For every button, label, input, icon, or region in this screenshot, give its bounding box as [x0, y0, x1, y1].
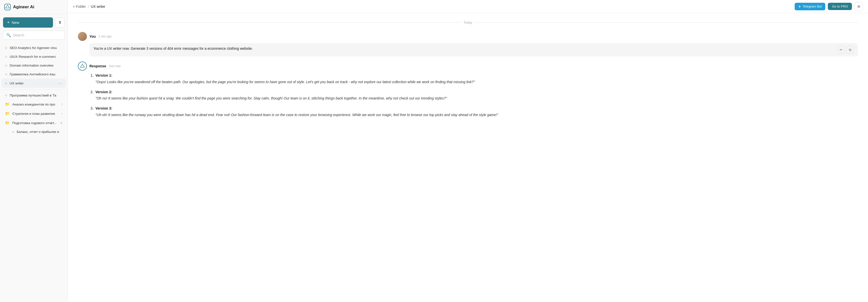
sidebar-item-label: Программа путешествий в Та [9, 93, 63, 97]
item-menu-icon[interactable]: ⋯ [58, 81, 63, 85]
search-icon: 🔍 [6, 33, 11, 37]
telegram-button-label: Telegram Bot [803, 4, 822, 8]
sidebar-item-uiux-research[interactable]: ○ UIUX Research for e-commerc [1, 52, 66, 61]
svg-marker-2 [81, 64, 84, 67]
chat-icon: ○ [5, 55, 7, 59]
chat-icon: ○ [5, 81, 7, 85]
chat-icon: ○ [5, 72, 7, 76]
date-divider: Today [78, 21, 858, 24]
new-button-label: New [12, 20, 19, 25]
version-2-item: Version 2: "Oh no! It seems like your fa… [94, 89, 858, 102]
version-1-label: Version 1: [95, 72, 858, 79]
sidebar-folder-strategy[interactable]: 📁 Стратегия и план развития › [1, 109, 66, 118]
user-message-text: You're a UX writer now. Generate 3 versi… [93, 46, 834, 51]
message-actions: ✏ ⧉ [837, 46, 854, 54]
sidebar-item-ux-writer[interactable]: ○ UX writer ⋯ [1, 79, 66, 88]
user-message-time: 1 min ago [98, 35, 112, 38]
search-label: Search [13, 33, 24, 37]
user-avatar [78, 32, 87, 41]
edit-icon: ✏ [840, 48, 843, 52]
version-2-text: "Oh no! It seems like your fashion quest… [95, 95, 858, 101]
topbar-actions: ✈ Telegram Bot Go to PRO ⊞ [795, 2, 863, 11]
main-content: + Folder / UX writer ✈ Telegram Bot Go t… [68, 0, 868, 302]
sidebar-folder-annual[interactable]: 📁 Подготовка годового отчёт... ∨ [1, 118, 66, 127]
date-divider-label: Today [464, 21, 472, 24]
ai-logo-icon [80, 63, 85, 69]
upload-icon: ⬆ [58, 20, 62, 25]
breadcrumb-folder[interactable]: + Folder [73, 4, 86, 8]
telegram-button[interactable]: ✈ Telegram Bot [795, 3, 826, 10]
chat-icon: ○ [5, 63, 7, 67]
search-bar[interactable]: 🔍 Search [3, 31, 65, 40]
user-message-header: You 1 min ago [78, 32, 858, 41]
chat-area: Today You 1 min ago You're a UX writer n… [68, 13, 868, 302]
copy-icon: ⧉ [849, 48, 851, 52]
edit-message-button[interactable]: ✏ [837, 46, 845, 54]
settings-button[interactable]: ⊞ [855, 2, 863, 11]
sidebar-header: Agineer Ai [0, 0, 68, 14]
folder-icon: 📁 [5, 111, 10, 116]
folder-icon: 📁 [5, 102, 10, 107]
logo-icon [4, 3, 11, 10]
sidebar-item-label: UX writer [9, 82, 56, 85]
breadcrumb-separator: / [88, 4, 89, 8]
version-1-text: "Oops! Looks like you've wandered off th… [95, 79, 858, 85]
chevron-right-icon: › [62, 102, 63, 106]
folder-icon: 📁 [5, 121, 10, 125]
breadcrumb-current: UX writer [91, 4, 105, 8]
sidebar-actions: + New ⬆ [0, 14, 68, 30]
settings-icon: ⊞ [858, 4, 860, 8]
sidebar-item-label: Баланс, отчет о прибылях и [17, 130, 63, 134]
telegram-icon: ✈ [798, 4, 801, 8]
pro-button[interactable]: Go to PRO [828, 3, 852, 10]
topbar: + Folder / UX writer ✈ Telegram Bot Go t… [68, 0, 868, 13]
response-time: Just now [109, 64, 121, 68]
folder-label: Подготовка годового отчёт... [12, 121, 58, 125]
sidebar-item-grammar-english[interactable]: ○ Грамматика Английского язы [1, 70, 66, 79]
ai-avatar [78, 62, 87, 70]
response-versions-list: Version 1: "Oops! Looks like you've wand… [89, 72, 858, 118]
version-3-item: Version 3: "Uh-oh! It seems like the run… [94, 105, 858, 118]
avatar-image [78, 32, 87, 41]
version-3-label: Version 3: [95, 105, 858, 112]
sidebar-subitem-balance[interactable]: ○ Баланс, отчет о прибылях и [1, 128, 66, 136]
sidebar: Agineer Ai + New ⬆ 🔍 Search ○ SEO Analyt… [0, 0, 68, 302]
plus-icon: + [7, 20, 10, 25]
chat-icon: ○ [5, 46, 7, 50]
user-message-box: You're a UX writer now. Generate 3 versi… [89, 43, 858, 57]
sidebar-list: ○ SEO Analytics for Ageneer clou ○ UIUX … [0, 42, 68, 302]
sidebar-item-label: Грамматика Английского язы [9, 72, 63, 76]
response-block: Response Just now Version 1: "Oops! Look… [78, 62, 858, 118]
response-header: Response Just now [78, 62, 858, 70]
response-content: Version 1: "Oops! Looks like you've wand… [89, 72, 858, 118]
copy-message-button[interactable]: ⧉ [846, 46, 854, 54]
app-title: Agineer Ai [13, 4, 34, 9]
chat-icon: ○ [12, 130, 14, 134]
sidebar-item-travel[interactable]: ○ Программа путешествий в Та [1, 91, 66, 99]
sidebar-item-label: SEO Analytics for Ageneer clou [9, 46, 63, 50]
user-name: You [89, 34, 96, 38]
sidebar-item-label: Domain information overview [9, 64, 63, 67]
response-sender: Response [89, 64, 106, 68]
folder-label: Стратегия и план развития [12, 112, 59, 116]
folder-label: Анализ конкурентов по про [12, 102, 59, 106]
sidebar-item-seo-analytics[interactable]: ○ SEO Analytics for Ageneer clou [1, 43, 66, 52]
sidebar-item-label: UIUX Research for e-commerc [9, 55, 63, 59]
chevron-right-icon: › [62, 112, 63, 115]
chevron-down-icon: ∨ [60, 121, 63, 125]
upload-button[interactable]: ⬆ [55, 18, 65, 27]
sidebar-item-domain-info[interactable]: ○ Domain information overview [1, 61, 66, 69]
breadcrumb: + Folder / UX writer [73, 4, 105, 8]
sidebar-folder-competitor[interactable]: 📁 Анализ конкурентов по про › [1, 100, 66, 109]
version-1-item: Version 1: "Oops! Looks like you've wand… [94, 72, 858, 85]
chat-icon: ○ [5, 93, 7, 97]
user-message-block: You 1 min ago You're a UX writer now. Ge… [78, 32, 858, 57]
new-button[interactable]: + New [3, 17, 53, 28]
version-2-label: Version 2: [95, 89, 858, 95]
svg-marker-1 [5, 5, 9, 8]
version-3-text: "Uh-oh! It seems like the runway you wer… [95, 112, 858, 118]
